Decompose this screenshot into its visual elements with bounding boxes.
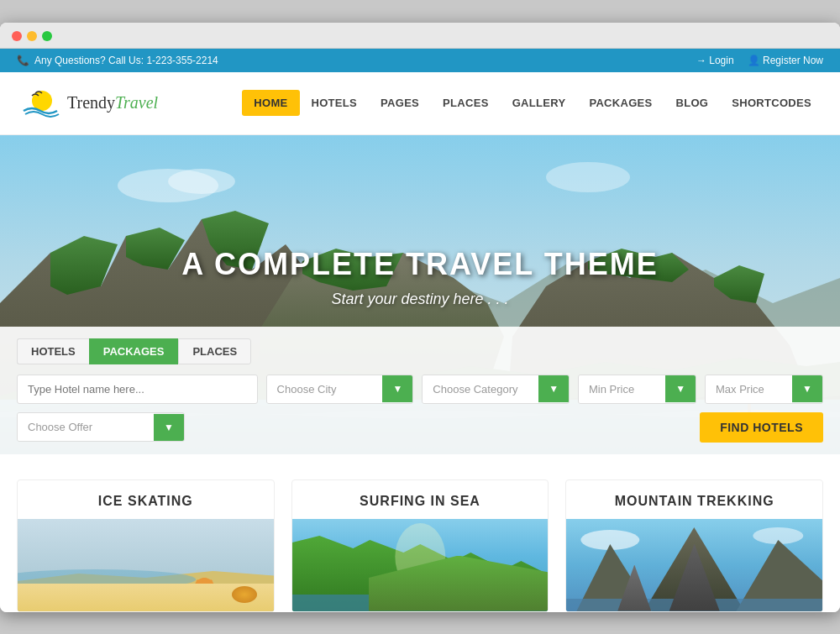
logo: TrendyTravel (17, 82, 158, 124)
hero-title: A COMPLETE TRAVEL THEME (181, 247, 658, 282)
top-bar-contact: 📞 Any Questions? Call Us: 1-223-355-2214 (17, 55, 218, 66)
hero-subtitle: Start your destiny here . . . (331, 291, 508, 308)
nav-packages[interactable]: PACKAGES (577, 90, 664, 116)
top-bar: 📞 Any Questions? Call Us: 1-223-355-2214… (0, 49, 840, 72)
svg-rect-32 (292, 595, 549, 611)
card-image-surf (292, 519, 549, 611)
card-surfing[interactable]: SURFING IN SEA (291, 479, 549, 612)
browser-window: 📞 Any Questions? Call Us: 1-223-355-2214… (0, 23, 840, 612)
card-ice-skating[interactable]: ICE SKATING (17, 479, 275, 612)
card-title-surf: SURFING IN SEA (292, 480, 549, 519)
offer-label: Choose Offer (18, 413, 154, 441)
max-price-select[interactable]: Max Price ▼ (705, 375, 823, 404)
svg-rect-21 (18, 519, 274, 611)
tab-packages[interactable]: PACKAGES (89, 338, 179, 364)
card-image-ice (18, 519, 274, 611)
browser-dots (12, 31, 828, 41)
svg-point-31 (395, 523, 445, 590)
tab-hotels[interactable]: HOTELS (17, 338, 89, 364)
register-icon: 👤 (748, 55, 760, 66)
card-mountain-trekking[interactable]: MOUNTAIN TREKKING (565, 479, 823, 612)
nav-places[interactable]: PLACES (431, 90, 501, 116)
find-hotels-button[interactable]: FIND HOTELS (700, 412, 823, 443)
category-dropdown-btn[interactable]: ▼ (538, 375, 569, 402)
dot-green[interactable] (42, 31, 52, 41)
login-link[interactable]: → Login (696, 55, 734, 66)
dot-yellow[interactable] (27, 31, 37, 41)
hero-section: A COMPLETE TRAVEL THEME Start your desti… (0, 135, 840, 454)
card-title-mountain: MOUNTAIN TREKKING (566, 480, 822, 519)
search-row-2: Choose Offer ▼ FIND HOTELS (17, 412, 823, 443)
phone-icon: 📞 (17, 55, 29, 66)
logo-text: TrendyTravel (67, 93, 158, 113)
search-tabs: HOTELS PACKAGES PLACES (17, 338, 823, 364)
nav-home[interactable]: HOME (242, 90, 299, 116)
logo-icon (17, 82, 67, 124)
svg-rect-39 (566, 599, 822, 611)
max-price-dropdown-btn[interactable]: ▼ (792, 375, 822, 402)
min-price-dropdown-btn[interactable]: ▼ (665, 375, 696, 402)
nav-shortcodes[interactable]: SHORTCODES (720, 90, 823, 116)
hero-scene: A COMPLETE TRAVEL THEME Start your desti… (0, 135, 840, 454)
min-price-select[interactable]: Min Price ▼ (578, 375, 696, 404)
search-box: HOTELS PACKAGES PLACES Choose City ▼ Cho… (0, 327, 840, 454)
nav-hotels[interactable]: HOTELS (300, 90, 370, 116)
header: TrendyTravel HOME HOTELS PAGES PLACES GA… (0, 72, 840, 135)
nav-blog[interactable]: BLOG (664, 90, 721, 116)
cards-container: ICE SKATING (17, 479, 823, 612)
max-price-label: Max Price (706, 375, 792, 403)
main-nav: HOME HOTELS PAGES PLACES GALLERY PACKAGE… (242, 90, 823, 116)
hotel-name-input[interactable] (17, 375, 258, 404)
cards-section: ICE SKATING (0, 454, 840, 612)
phone-text: Any Questions? Call Us: 1-223-355-2214 (34, 55, 218, 66)
dot-red[interactable] (12, 31, 22, 41)
browser-chrome (0, 23, 840, 49)
tab-places[interactable]: PLACES (178, 338, 251, 364)
nav-gallery[interactable]: GALLERY (501, 90, 578, 116)
offer-select[interactable]: Choose Offer ▼ (17, 412, 185, 442)
city-label: Choose City (267, 375, 383, 403)
top-bar-actions: → Login 👤 Register Now (696, 55, 823, 66)
city-select[interactable]: Choose City ▼ (266, 375, 414, 404)
city-dropdown-btn[interactable]: ▼ (382, 375, 412, 402)
login-label: Login (709, 55, 733, 66)
card-image-mountain (566, 519, 822, 611)
category-select[interactable]: Choose Category ▼ (422, 375, 570, 404)
login-icon: → (696, 55, 706, 66)
offer-dropdown-btn[interactable]: ▼ (154, 414, 184, 441)
card-title-ice: ICE SKATING (18, 480, 274, 519)
register-label: Register Now (763, 55, 823, 66)
min-price-label: Min Price (579, 375, 665, 403)
search-row-1: Choose City ▼ Choose Category ▼ Min Pric… (17, 375, 823, 404)
category-label: Choose Category (423, 375, 538, 403)
register-link[interactable]: 👤 Register Now (748, 55, 823, 66)
nav-pages[interactable]: PAGES (369, 90, 431, 116)
